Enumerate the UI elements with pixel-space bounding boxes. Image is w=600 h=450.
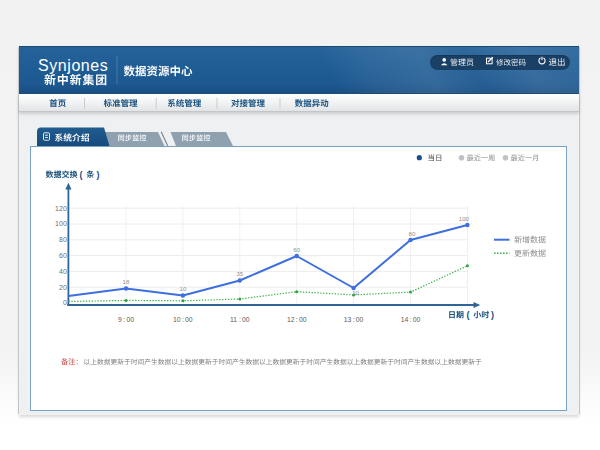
svg-text:100: 100 <box>55 220 67 227</box>
svg-text:18: 18 <box>123 278 130 285</box>
svg-text:0: 0 <box>63 299 67 306</box>
svg-text:): ) <box>491 310 494 320</box>
svg-text::: : <box>182 316 184 323</box>
svg-text:10: 10 <box>179 285 186 292</box>
svg-text:Synjones: Synjones <box>38 57 108 74</box>
svg-text:10: 10 <box>352 289 359 296</box>
svg-text:10: 10 <box>173 316 181 323</box>
svg-text::: : <box>296 316 298 323</box>
svg-text:40: 40 <box>59 268 67 275</box>
svg-text:): ) <box>97 170 100 180</box>
svg-text::: : <box>410 316 412 323</box>
svg-text:14: 14 <box>401 316 409 323</box>
svg-text:(: ( <box>467 310 470 320</box>
svg-text:00: 00 <box>242 316 250 323</box>
svg-text:9: 9 <box>118 316 122 323</box>
svg-text:20: 20 <box>59 284 67 291</box>
svg-text:00: 00 <box>356 316 364 323</box>
svg-text:100: 100 <box>459 215 470 222</box>
svg-text::: : <box>239 316 241 323</box>
svg-text:00: 00 <box>126 316 134 323</box>
svg-text:60: 60 <box>59 252 67 259</box>
svg-text:35: 35 <box>236 270 243 277</box>
svg-text::: : <box>123 316 125 323</box>
svg-text:13: 13 <box>344 316 352 323</box>
svg-text::: : <box>353 316 355 323</box>
svg-text:00: 00 <box>185 316 193 323</box>
svg-text:80: 80 <box>409 230 416 237</box>
svg-text:00: 00 <box>299 316 307 323</box>
svg-text:11: 11 <box>230 316 237 323</box>
svg-text:60: 60 <box>293 246 300 253</box>
svg-text:(: ( <box>80 170 83 180</box>
svg-text:120: 120 <box>55 205 67 212</box>
svg-text:00: 00 <box>413 316 421 323</box>
svg-text:80: 80 <box>59 236 67 243</box>
svg-text:12: 12 <box>287 316 295 323</box>
